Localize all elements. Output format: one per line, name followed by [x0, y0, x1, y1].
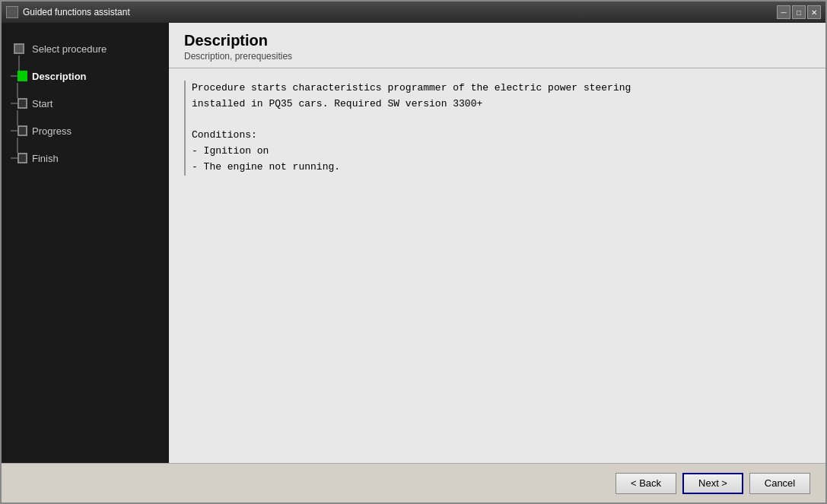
main-content: Select procedure Description [2, 23, 825, 463]
sidebar-item-start[interactable]: Start [11, 98, 160, 125]
sidebar-item-finish[interactable]: Finish [11, 153, 160, 173]
cancel-button[interactable]: Cancel [749, 473, 810, 494]
back-button[interactable]: < Back [615, 473, 676, 494]
footer: < Back Next > Cancel [2, 463, 825, 502]
sidebar: Select procedure Description [2, 23, 169, 463]
sidebar-label-finish: Finish [32, 153, 59, 164]
step-icon-select-procedure [14, 43, 24, 54]
sidebar-item-select-procedure[interactable]: Select procedure [11, 41, 160, 71]
sidebar-tree: Select procedure Description [11, 35, 160, 179]
content-area: Description Description, prerequesities … [169, 23, 825, 463]
sidebar-label-start: Start [32, 98, 52, 109]
titlebar: Guided functions assistant ─ □ ✕ [2, 2, 825, 23]
app-icon [6, 6, 18, 18]
close-button[interactable]: ✕ [807, 5, 821, 19]
content-header: Description Description, prerequesities [169, 23, 825, 68]
description-text: Procedure starts characteristics program… [184, 81, 810, 176]
step-icon-finish [17, 153, 27, 163]
content-subtitle: Description, prerequesities [184, 51, 810, 62]
sidebar-label-progress: Progress [32, 125, 72, 137]
sidebar-label-select-procedure: Select procedure [32, 43, 107, 55]
sidebar-item-description[interactable]: Description [11, 71, 160, 98]
sidebar-item-progress[interactable]: Progress [11, 125, 160, 153]
sidebar-label-description: Description [32, 71, 87, 82]
minimize-button[interactable]: ─ [777, 5, 790, 19]
titlebar-buttons: ─ □ ✕ [777, 5, 821, 19]
step-icon-progress [17, 125, 27, 136]
content-title: Description [184, 32, 810, 49]
step-icon-start [17, 98, 27, 109]
titlebar-left: Guided functions assistant [6, 6, 130, 18]
next-button[interactable]: Next > [682, 473, 743, 494]
main-window: Guided functions assistant ─ □ ✕ Select … [0, 0, 827, 504]
step-icon-description [17, 71, 27, 81]
maximize-button[interactable]: □ [792, 5, 806, 19]
content-body: Procedure starts characteristics program… [169, 68, 825, 463]
window-title: Guided functions assistant [23, 7, 130, 17]
